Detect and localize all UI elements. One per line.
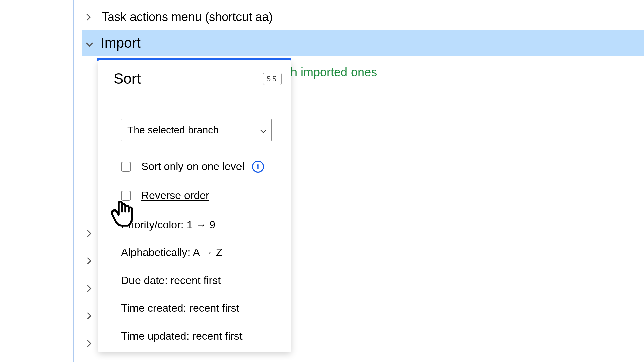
chevron-right-icon[interactable]	[83, 339, 92, 348]
chevron-right-icon[interactable]	[83, 256, 92, 265]
one-level-label[interactable]: Sort only on one level	[141, 160, 245, 173]
sort-title: Sort	[114, 70, 141, 87]
sort-option-duedate[interactable]: Due date: recent first	[101, 274, 288, 287]
sort-option-priority[interactable]: Priority/color: 1 → 9	[101, 219, 288, 231]
tree-item-import[interactable]: Import	[82, 30, 644, 56]
chevron-down-icon[interactable]	[85, 38, 94, 48]
reverse-order-checkbox[interactable]	[121, 191, 131, 201]
chevron-right-icon[interactable]	[83, 284, 92, 293]
sort-option-alpha[interactable]: Alphabetically: A → Z	[101, 246, 288, 259]
sort-option-created[interactable]: Time created: recent first	[101, 302, 288, 314]
chevron-right-icon[interactable]	[83, 311, 92, 320]
one-level-checkbox[interactable]	[121, 162, 131, 172]
chevron-down-icon	[261, 124, 265, 136]
one-level-row: Sort only on one level i	[101, 160, 288, 173]
chevron-right-icon[interactable]	[83, 229, 92, 238]
reverse-order-row: Reverse order	[101, 189, 288, 202]
tree-item-label[interactable]: Task actions menu (shortcut aa)	[102, 10, 273, 24]
sort-option-updated[interactable]: Time updated: recent first	[101, 330, 288, 342]
collapsed-tree-items	[83, 229, 92, 348]
shortcut-badge: SS	[263, 73, 282, 85]
scope-select[interactable]: The selected branch	[121, 119, 272, 141]
sort-header: Sort SS	[98, 60, 291, 100]
sort-body: The selected branch Sort only on one lev…	[98, 100, 291, 342]
scope-select-value: The selected branch	[127, 124, 219, 136]
sort-panel: Sort SS The selected branch Sort only on…	[98, 60, 291, 352]
reverse-order-label[interactable]: Reverse order	[141, 189, 209, 202]
subtitle-text: h imported ones	[290, 65, 377, 79]
tree-item-task-actions: Task actions menu (shortcut aa)	[82, 10, 273, 24]
info-icon[interactable]: i	[252, 161, 264, 173]
left-border	[73, 0, 74, 362]
chevron-right-icon[interactable]	[82, 12, 92, 22]
